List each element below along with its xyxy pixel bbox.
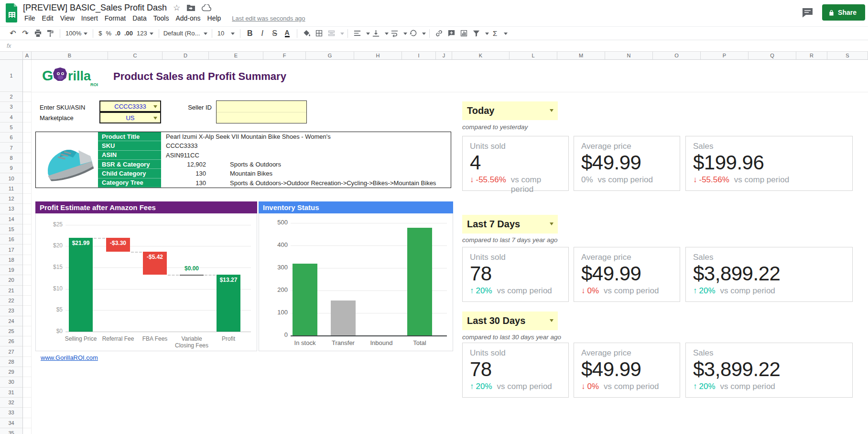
row-header-33[interactable]: 33: [0, 408, 22, 418]
filter-icon[interactable]: [470, 28, 483, 39]
column-header-A[interactable]: A: [23, 52, 32, 59]
format-percent-button[interactable]: %: [104, 28, 113, 39]
row-header-14[interactable]: 14: [0, 214, 22, 224]
marketplace-dropdown[interactable]: US: [99, 112, 161, 123]
inventory-bar-chart[interactable]: 0100200300400500In stockTransferInboundT…: [259, 213, 453, 351]
menu-tools[interactable]: Tools: [150, 13, 173, 23]
row-header-30[interactable]: 30: [0, 377, 22, 387]
font-family-select[interactable]: Default (Ro...: [163, 28, 208, 39]
column-header-I[interactable]: I: [402, 52, 436, 59]
text-rotation-icon[interactable]: [407, 28, 420, 39]
borders-icon[interactable]: [313, 28, 326, 39]
vertical-align-icon[interactable]: [370, 28, 382, 39]
sheets-logo-icon[interactable]: [5, 3, 19, 24]
decrease-decimal-button[interactable]: .0: [113, 28, 122, 39]
row-header-19[interactable]: 19: [0, 265, 22, 275]
row-header-2[interactable]: 2: [0, 92, 22, 102]
italic-button[interactable]: I: [256, 28, 269, 39]
row-header-11[interactable]: 11: [0, 184, 22, 194]
row-header-29[interactable]: 29: [0, 367, 22, 377]
column-header-B[interactable]: B: [32, 52, 108, 59]
column-header-Q[interactable]: Q: [749, 52, 796, 59]
column-header-N[interactable]: N: [605, 52, 653, 59]
row-header-4[interactable]: 4: [0, 112, 22, 122]
star-icon[interactable]: ☆: [173, 4, 180, 12]
menu-help[interactable]: Help: [204, 13, 225, 23]
column-header-E[interactable]: E: [209, 52, 263, 59]
row-header-16[interactable]: 16: [0, 234, 22, 245]
column-header-S[interactable]: S: [827, 52, 868, 59]
row-header-32[interactable]: 32: [0, 398, 22, 408]
row-header-9[interactable]: 9: [0, 163, 22, 173]
dropdown-arrow-icon[interactable]: [153, 105, 157, 110]
functions-button[interactable]: Σ: [489, 28, 501, 39]
zoom-select[interactable]: 100%: [64, 28, 89, 39]
dropdown-arrow-icon[interactable]: [550, 109, 553, 114]
menu-view[interactable]: View: [57, 13, 78, 23]
print-icon[interactable]: [32, 28, 44, 39]
menu-data[interactable]: Data: [129, 13, 150, 23]
period-dropdown-last-30-days[interactable]: Last 30 Days: [462, 312, 558, 330]
redo-icon[interactable]: ↷: [19, 28, 32, 39]
dropdown-arrow-icon[interactable]: [153, 117, 157, 122]
row-header-22[interactable]: 22: [0, 296, 22, 306]
period-dropdown-today[interactable]: Today: [462, 101, 558, 120]
profit-waterfall-chart[interactable]: $0$5$10$15$20$25$21.99Selling Price-$3.3…: [35, 213, 257, 351]
share-button[interactable]: Share: [822, 4, 865, 21]
row-header-35[interactable]: 35: [0, 428, 22, 434]
increase-decimal-button[interactable]: .00: [122, 28, 135, 39]
column-header-R[interactable]: R: [796, 52, 827, 59]
row-header-24[interactable]: 24: [0, 316, 22, 326]
row-header-5[interactable]: 5: [0, 122, 22, 133]
column-header-C[interactable]: C: [108, 52, 163, 59]
move-folder-icon[interactable]: [186, 4, 195, 11]
font-size-select[interactable]: 10: [216, 28, 237, 39]
row-header-27[interactable]: 27: [0, 346, 22, 356]
column-header-O[interactable]: O: [653, 52, 701, 59]
insert-chart-icon[interactable]: [458, 28, 470, 39]
undo-icon[interactable]: ↶: [7, 28, 19, 39]
row-header-8[interactable]: 8: [0, 153, 22, 163]
gorilla-roi-link[interactable]: www.GorillaROI.com: [41, 354, 98, 361]
row-header-23[interactable]: 23: [0, 306, 22, 316]
comments-button[interactable]: [802, 8, 814, 18]
column-header-H[interactable]: H: [354, 52, 402, 59]
column-header-D[interactable]: D: [163, 52, 209, 59]
row-header-15[interactable]: 15: [0, 224, 22, 234]
menu-format[interactable]: Format: [101, 13, 129, 23]
column-header-G[interactable]: G: [306, 52, 354, 59]
fill-color-icon[interactable]: [301, 28, 313, 39]
sku-dropdown[interactable]: CCCC3333: [99, 100, 161, 112]
text-color-button[interactable]: A: [281, 28, 293, 39]
strikethrough-button[interactable]: S: [269, 28, 281, 39]
column-header-J[interactable]: J: [436, 52, 452, 59]
column-header-K[interactable]: K: [452, 52, 510, 59]
horizontal-align-icon[interactable]: [351, 28, 364, 39]
row-header-21[interactable]: 21: [0, 286, 22, 296]
grid-corner[interactable]: [0, 52, 23, 59]
menu-add-ons[interactable]: Add-ons: [172, 13, 204, 23]
text-wrap-icon[interactable]: [389, 28, 401, 39]
bold-button[interactable]: B: [244, 28, 256, 39]
row-header-20[interactable]: 20: [0, 275, 22, 285]
menu-file[interactable]: File: [21, 13, 39, 23]
row-header-17[interactable]: 17: [0, 245, 22, 255]
column-header-P[interactable]: P: [701, 52, 749, 59]
row-header-25[interactable]: 25: [0, 326, 22, 336]
more-formats-button[interactable]: 123: [135, 28, 155, 39]
column-header-M[interactable]: M: [557, 52, 605, 59]
row-header-6[interactable]: 6: [0, 133, 22, 143]
row-header-34[interactable]: 34: [0, 418, 22, 428]
insert-link-icon[interactable]: [433, 28, 445, 39]
column-header-L[interactable]: L: [510, 52, 557, 59]
menu-insert[interactable]: Insert: [78, 13, 101, 23]
menu-edit[interactable]: Edit: [39, 13, 57, 23]
row-header-7[interactable]: 7: [0, 143, 22, 153]
row-header-1[interactable]: 1: [0, 60, 22, 92]
row-header-12[interactable]: 12: [0, 194, 22, 204]
row-header-13[interactable]: 13: [0, 204, 22, 214]
cloud-status-icon[interactable]: [202, 4, 212, 11]
seller-id-input[interactable]: [216, 100, 307, 123]
paint-format-icon[interactable]: [44, 28, 56, 39]
row-header-26[interactable]: 26: [0, 336, 22, 346]
